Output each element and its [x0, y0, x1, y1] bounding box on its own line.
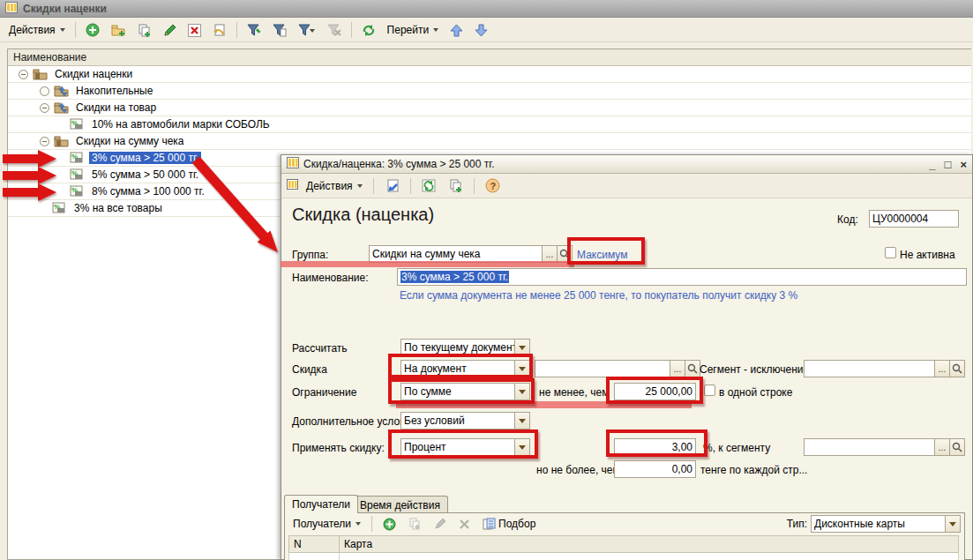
- limit-label: Ограничение: [292, 386, 356, 399]
- row-add-button[interactable]: [378, 515, 400, 534]
- tree-row-skidki-na-summu[interactable]: Скидки на сумму чека: [8, 133, 971, 150]
- folder-arrows-icon: [54, 85, 69, 100]
- annotation-box-limit-amount: [606, 377, 703, 404]
- copy-plus-icon: [449, 179, 463, 193]
- column-header-card[interactable]: Карта: [340, 536, 959, 553]
- add-group-button[interactable]: [107, 21, 131, 40]
- move-down-button[interactable]: [470, 21, 492, 40]
- card-type-combo[interactable]: Дисконтные карты: [811, 515, 961, 533]
- one-line-label: в одной строке: [719, 386, 792, 399]
- discount-target-field[interactable]: ...: [535, 360, 700, 377]
- percent-item-icon: %: [70, 185, 84, 199]
- magnifier-icon: [687, 363, 698, 374]
- goto-menu-button[interactable]: Перейти: [383, 21, 444, 39]
- filter-clear-button[interactable]: [323, 21, 346, 40]
- tree-row-skidki-na-tovar[interactable]: Скидки на товар: [8, 100, 971, 116]
- tab-recipients[interactable]: Получатели: [284, 495, 358, 513]
- extra-condition-combo[interactable]: Без условий: [400, 412, 530, 429]
- edit-button[interactable]: [159, 21, 181, 40]
- caret-down-icon: [519, 346, 526, 350]
- discount-label: Скидка: [292, 363, 327, 376]
- not-more-label: но не более, чем: [536, 464, 620, 476]
- annotation-box-limit-combo: [388, 378, 535, 404]
- to-segment-field[interactable]: ...: [804, 438, 965, 456]
- dialog-copy-button[interactable]: [445, 176, 468, 196]
- dialog-titlebar: Скидка/наценка: 3% сумма > 25 000 тг. _ …: [281, 155, 972, 174]
- delete-button[interactable]: [183, 21, 206, 40]
- x-icon: [459, 519, 470, 530]
- inactive-checkbox[interactable]: [885, 247, 896, 258]
- svg-text:%: %: [54, 203, 60, 211]
- row-copy-button[interactable]: [404, 515, 426, 533]
- copy-button[interactable]: [133, 21, 156, 40]
- magnifier-button[interactable]: [949, 361, 964, 377]
- save-close-button[interactable]: [380, 176, 404, 196]
- tab-validity-period[interactable]: Время действия: [352, 496, 448, 513]
- filter-settings-button[interactable]: [243, 21, 266, 40]
- refresh-box-icon: [422, 179, 437, 193]
- caret-down-icon: [949, 522, 956, 526]
- percent-item-icon: %: [52, 202, 66, 216]
- copy-plus-icon: [408, 518, 422, 530]
- add-button[interactable]: [81, 20, 104, 40]
- annotation-box-discount-combo: [388, 354, 533, 378]
- row-edit-button[interactable]: [430, 515, 451, 533]
- dialog-title: Скидка/наценка: 3% сумма > 25 000 тг.: [303, 158, 495, 170]
- selected-tree-item[interactable]: 3% сумма > 25 000 тг.: [89, 152, 201, 164]
- collapse-icon[interactable]: [40, 137, 49, 146]
- group-field[interactable]: Скидки на сумму чека ...: [369, 245, 573, 263]
- code-field[interactable]: ЦУ0000004: [869, 210, 959, 228]
- filter-by-value-button[interactable]: [268, 21, 291, 40]
- table-icon: [287, 157, 299, 171]
- minimize-button[interactable]: _: [929, 158, 935, 171]
- tree-row-10-percent[interactable]: % 10% на автомобили марки СОБОЛЬ: [8, 116, 971, 133]
- magnifier-icon: [952, 363, 962, 374]
- funnel-clear-icon: [327, 24, 341, 37]
- column-header-n[interactable]: N: [289, 536, 340, 553]
- reread-button[interactable]: [417, 176, 441, 196]
- ellipsis-button[interactable]: ...: [542, 246, 557, 262]
- pick-button[interactable]: Подбор: [478, 515, 540, 533]
- ellipsis-button[interactable]: ...: [934, 439, 949, 455]
- segment-exclusion-field[interactable]: ...: [804, 360, 965, 377]
- close-button[interactable]: ×: [960, 158, 967, 171]
- percent-item-icon: %: [70, 152, 84, 166]
- recipients-menu-button[interactable]: Получатели: [288, 515, 365, 533]
- dialog-toolbar: Действия ?: [281, 174, 972, 198]
- caret-down-icon: [60, 28, 65, 32]
- svg-text:%: %: [71, 153, 78, 161]
- collapse-icon[interactable]: [19, 70, 28, 79]
- filter-menu-button[interactable]: [294, 21, 320, 40]
- help-button[interactable]: ?: [481, 175, 505, 196]
- discount-dialog: Скидка/наценка: 3% сумма > 25 000 тг. _ …: [281, 154, 973, 560]
- tree-row-root[interactable]: Скидки наценки: [8, 66, 971, 83]
- combo-arrow-button[interactable]: [514, 413, 529, 429]
- ellipsis-button[interactable]: ...: [934, 361, 949, 377]
- refresh-button[interactable]: [357, 21, 380, 40]
- row-delete-button[interactable]: [454, 516, 475, 533]
- ellipsis-button[interactable]: ...: [670, 361, 685, 377]
- arrow-down-icon: [475, 24, 488, 37]
- history-button[interactable]: [208, 21, 231, 40]
- table-row[interactable]: [289, 553, 959, 560]
- segment-exclusion-label: Сегмент - исключение: [700, 363, 809, 376]
- delete-x-icon: [188, 24, 201, 37]
- tree-row-nakopitelnye[interactable]: Накопительные: [8, 83, 971, 100]
- not-more-field[interactable]: 0,00: [614, 460, 696, 478]
- magnifier-icon: [952, 442, 962, 452]
- combo-arrow-button[interactable]: [945, 516, 960, 532]
- maximize-button[interactable]: □: [945, 158, 952, 171]
- name-field[interactable]: 3% сумма > 25 000 тг.: [397, 268, 967, 286]
- actions-menu-button[interactable]: Действия: [4, 21, 70, 39]
- magnifier-button[interactable]: [949, 439, 964, 455]
- magnifier-button[interactable]: [685, 361, 700, 377]
- funnel-pencil-icon: [247, 24, 261, 37]
- one-line-checkbox[interactable]: [704, 385, 715, 396]
- caret-down-icon: [356, 522, 361, 526]
- highlight-stripe-group: [281, 261, 574, 267]
- dialog-actions-menu-button[interactable]: Действия: [302, 177, 367, 195]
- expand-icon[interactable]: [40, 86, 49, 96]
- move-up-button[interactable]: [445, 21, 468, 40]
- collapse-icon[interactable]: [40, 103, 49, 113]
- tree-column-header[interactable]: Наименование: [8, 49, 971, 66]
